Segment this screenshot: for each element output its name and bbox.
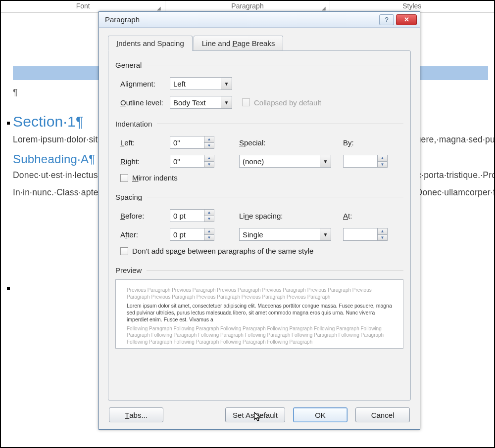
tabs-button[interactable]: Tabs... xyxy=(109,407,163,422)
special-value: (none) xyxy=(240,157,320,166)
tab-indents-spacing[interactable]: Indents and Spacing xyxy=(108,36,193,51)
ok-button[interactable]: OK xyxy=(293,407,347,422)
collapsed-checkbox xyxy=(242,98,250,106)
group-indentation-label: Indentation xyxy=(115,120,403,128)
spin-down-icon[interactable]: ▼ xyxy=(204,161,214,168)
collapsed-label: Collapsed by default xyxy=(254,98,321,107)
spin-up-icon[interactable]: ▲ xyxy=(377,228,387,234)
before-spinner[interactable]: 0 pt ▲▼ xyxy=(170,209,214,222)
indent-right-spinner[interactable]: 0" ▲▼ xyxy=(170,155,214,168)
outline-level-label: Outline level: xyxy=(115,98,170,107)
indent-right-value: 0" xyxy=(170,157,204,166)
at-label: At: xyxy=(343,212,383,220)
preview-box: Previous Paragraph Previous Paragraph Pr… xyxy=(115,279,403,349)
indent-left-spinner[interactable]: 0" ▲▼ xyxy=(170,136,214,149)
by-spinner[interactable]: ▲▼ xyxy=(343,155,388,168)
spin-down-icon[interactable]: ▼ xyxy=(204,234,214,241)
ribbon-group-font: Font ◢ xyxy=(1,1,165,12)
close-icon: ✕ xyxy=(404,16,409,23)
outline-level-combo[interactable]: Body Text ▼ xyxy=(170,96,232,109)
dialog-body: Indents and Spacing Line and Page Breaks… xyxy=(99,28,420,429)
chevron-down-icon: ▼ xyxy=(221,78,232,90)
dialog-buttons: Tabs... Set As Default OK Cancel xyxy=(108,401,411,422)
group-general-label: General xyxy=(115,61,403,69)
line-spacing-value: Single xyxy=(240,230,320,239)
help-button[interactable]: ? xyxy=(379,14,394,25)
font-dialog-launcher-icon[interactable]: ◢ xyxy=(156,5,162,11)
tab-line-page-breaks[interactable]: Line and Page Breaks xyxy=(194,36,284,51)
chevron-down-icon: ▼ xyxy=(320,228,331,240)
paragraph-dialog: Paragraph ? ✕ Indents and Spacing Line a… xyxy=(99,11,420,430)
same-style-checkbox[interactable] xyxy=(120,247,128,255)
group-spacing-label: Spacing xyxy=(115,193,403,201)
tab-content: General Alignment: Left ▼ Outline level:… xyxy=(108,50,411,401)
preview-following-text: Following Paragraph Following Paragraph … xyxy=(127,325,392,346)
dialog-title: Paragraph xyxy=(105,15,377,24)
spin-up-icon[interactable]: ▲ xyxy=(204,228,214,234)
indent-right-label: Right: xyxy=(115,157,170,166)
ribbon-label-paragraph: Paragraph xyxy=(231,2,263,10)
special-label: Special: xyxy=(239,138,298,147)
mirror-indents-checkbox[interactable] xyxy=(120,174,128,182)
outline-level-value: Body Text xyxy=(170,98,221,107)
indent-left-value: 0" xyxy=(170,138,204,147)
ribbon-label-font: Font xyxy=(76,2,90,10)
spin-up-icon[interactable]: ▲ xyxy=(204,155,214,161)
set-as-default-button[interactable]: Set As Default xyxy=(225,407,285,422)
after-label: After: xyxy=(115,230,170,239)
indent-left-label: Left: xyxy=(115,138,170,147)
paragraph-dialog-launcher-icon[interactable]: ◢ xyxy=(321,5,327,11)
ribbon-group-paragraph: Paragraph ◢ xyxy=(165,1,330,12)
dialog-titlebar[interactable]: Paragraph ? ✕ xyxy=(99,12,420,28)
spin-up-icon[interactable]: ▲ xyxy=(377,155,387,161)
alignment-label: Alignment: xyxy=(115,80,170,88)
by-label: By: xyxy=(343,138,383,147)
before-value: 0 pt xyxy=(170,212,204,220)
mirror-indents-label: Mirror indents xyxy=(132,174,178,182)
spin-down-icon[interactable]: ▼ xyxy=(204,142,214,149)
same-style-label: Don't add space between paragraphs of th… xyxy=(132,247,313,255)
preview-sample-text: Lorem ipsum dolor sit amet, consectetuer… xyxy=(127,302,392,323)
dialog-tabs: Indents and Spacing Line and Page Breaks xyxy=(108,36,411,51)
alignment-combo[interactable]: Left ▼ xyxy=(170,77,232,90)
chevron-down-icon: ▼ xyxy=(221,96,232,108)
group-preview-label: Preview xyxy=(115,266,403,274)
line-spacing-combo[interactable]: Single ▼ xyxy=(239,228,331,241)
ribbon-label-styles: Styles xyxy=(402,2,421,10)
spin-down-icon[interactable]: ▼ xyxy=(377,234,387,241)
at-spinner[interactable]: ▲▼ xyxy=(343,228,388,241)
spin-up-icon[interactable]: ▲ xyxy=(204,136,214,142)
ribbon-group-styles: Styles xyxy=(330,1,494,12)
spin-down-icon[interactable]: ▼ xyxy=(377,161,387,168)
alignment-value: Left xyxy=(170,80,221,88)
cancel-button[interactable]: Cancel xyxy=(355,407,410,422)
tabs-button-label: abs... xyxy=(129,411,148,419)
help-icon: ? xyxy=(385,16,388,23)
after-value: 0 pt xyxy=(170,230,204,239)
tab-indents-label: ndents and Spacing xyxy=(118,39,184,47)
nav-bullet-icon xyxy=(7,287,10,290)
spin-down-icon[interactable]: ▼ xyxy=(204,216,214,222)
preview-prev-text: Previous Paragraph Previous Paragraph Pr… xyxy=(127,287,392,300)
after-spinner[interactable]: 0 pt ▲▼ xyxy=(170,228,214,241)
before-label: Before: xyxy=(115,212,170,220)
line-spacing-label: Line spacing: xyxy=(239,212,298,220)
chevron-down-icon: ▼ xyxy=(320,155,331,167)
spin-up-icon[interactable]: ▲ xyxy=(204,210,214,216)
special-combo[interactable]: (none) ▼ xyxy=(239,155,331,168)
nav-bullet-icon xyxy=(7,122,10,125)
close-button[interactable]: ✕ xyxy=(396,14,417,25)
